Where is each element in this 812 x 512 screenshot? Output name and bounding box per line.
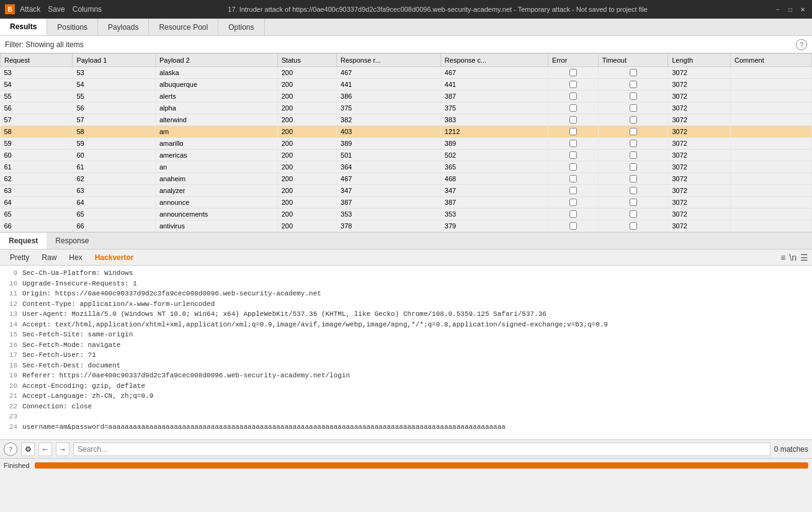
cell-error[interactable] [548, 209, 598, 220]
col-payload2[interactable]: Payload 2 [155, 54, 277, 67]
line-number: 17 [5, 350, 17, 361]
line-number: 10 [5, 279, 17, 289]
search-input[interactable] [73, 442, 770, 456]
app-window: B Attack Save Columns 17. Intruder attac… [0, 0, 812, 512]
cell-timeout[interactable] [598, 220, 668, 232]
cell-error[interactable] [548, 102, 598, 114]
next-button[interactable]: → [56, 442, 69, 456]
cell-error[interactable] [548, 67, 598, 79]
cell-req: 60 [1, 150, 73, 161]
col-payload1[interactable]: Payload 1 [73, 54, 156, 67]
cell-timeout[interactable] [598, 209, 668, 220]
col-status[interactable]: Status [277, 54, 336, 67]
cell-p1: 62 [73, 173, 156, 185]
cell-p1: 66 [73, 220, 156, 232]
prev-button[interactable]: ← [38, 442, 52, 456]
table-row[interactable]: 60 60 americas 200 501 502 3072 [1, 150, 812, 161]
table-row[interactable]: 61 61 an 200 364 365 3072 [1, 161, 812, 173]
cell-error[interactable] [548, 150, 598, 161]
maximize-button[interactable]: □ [786, 5, 795, 14]
cell-error[interactable] [548, 185, 598, 197]
table-row[interactable]: 53 53 alaska 200 467 467 3072 [1, 67, 812, 79]
code-line: 22Connection: close [5, 402, 807, 412]
cell-p2: an [155, 161, 277, 173]
cell-error[interactable] [548, 91, 598, 102]
settings-button[interactable]: ⚙ [21, 442, 35, 456]
col-comment[interactable]: Comment [731, 54, 812, 67]
col-error[interactable]: Error [548, 54, 598, 67]
table-row[interactable]: 54 54 albuquerque 200 441 441 3072 [1, 79, 812, 91]
cell-error[interactable] [548, 197, 598, 209]
newline-icon[interactable]: \n [789, 253, 796, 263]
table-row[interactable]: 65 65 announcements 200 353 353 3072 [1, 209, 812, 220]
table-row[interactable]: 57 57 alterwind 200 382 383 3072 [1, 114, 812, 126]
col-timeout[interactable]: Timeout [598, 54, 668, 67]
cell-p2: alerts [155, 91, 277, 102]
cell-error[interactable] [548, 126, 598, 138]
cell-error[interactable] [548, 173, 598, 185]
cell-timeout[interactable] [598, 67, 668, 79]
line-content: Sec-Fetch-Site: same-origin [22, 330, 133, 340]
cell-error[interactable] [548, 220, 598, 232]
tab-positions[interactable]: Positions [47, 19, 98, 35]
cell-timeout[interactable] [598, 173, 668, 185]
table-row[interactable]: 64 64 announce 200 387 387 3072 [1, 197, 812, 209]
cell-timeout[interactable] [598, 150, 668, 161]
cell-p1: 60 [73, 150, 156, 161]
col-request[interactable]: Request [1, 54, 73, 67]
cell-resp-c: 347 [440, 185, 548, 197]
col-length[interactable]: Length [668, 54, 731, 67]
tab-payloads[interactable]: Payloads [98, 19, 149, 35]
table-row[interactable]: 66 66 antivirus 200 378 379 3072 [1, 220, 812, 232]
tab-options[interactable]: Options [218, 19, 264, 35]
menu-save[interactable]: Save [48, 5, 65, 14]
code-tools: ≡ \n ☰ [780, 253, 808, 263]
cell-timeout[interactable] [598, 114, 668, 126]
info-button[interactable]: ? [4, 442, 17, 456]
line-content: Accept: text/html,application/xhtml+xml,… [22, 320, 608, 330]
code-content[interactable]: 9Sec-Ch-Ua-Platform: Windows10Upgrade-In… [0, 266, 812, 439]
col-response-c[interactable]: Response c... [440, 54, 548, 67]
code-tab-raw[interactable]: Raw [35, 251, 63, 264]
cell-timeout[interactable] [598, 161, 668, 173]
cell-p1: 54 [73, 79, 156, 91]
cell-timeout[interactable] [598, 126, 668, 138]
table-row[interactable]: 59 59 amarillo 200 389 389 3072 [1, 138, 812, 150]
cell-req: 63 [1, 185, 73, 197]
cell-timeout[interactable] [598, 185, 668, 197]
menu-attack[interactable]: Attack [20, 5, 40, 14]
tab-response[interactable]: Response [47, 233, 97, 249]
cell-error[interactable] [548, 138, 598, 150]
table-row[interactable]: 58 58 am 200 403 1212 3072 [1, 126, 812, 138]
line-content: Content-Type: application/x-www-form-url… [22, 299, 215, 310]
cell-error[interactable] [548, 161, 598, 173]
code-tab-pretty[interactable]: Pretty [4, 251, 35, 264]
cell-resp-r: 364 [337, 161, 441, 173]
cell-timeout[interactable] [598, 138, 668, 150]
tab-resource-pool[interactable]: Resource Pool [149, 19, 218, 35]
minimize-button[interactable]: − [774, 5, 782, 14]
cell-resp-c: 365 [440, 161, 548, 173]
cell-length: 3072 [668, 102, 731, 114]
menu-columns[interactable]: Columns [73, 5, 102, 14]
table-row[interactable]: 56 56 alpha 200 375 375 3072 [1, 102, 812, 114]
cell-timeout[interactable] [598, 91, 668, 102]
code-tab-hex[interactable]: Hex [63, 251, 88, 264]
cell-timeout[interactable] [598, 102, 668, 114]
cell-status: 200 [277, 197, 336, 209]
tab-results[interactable]: Results [0, 19, 47, 35]
code-tab-hackvertor[interactable]: Hackvertor [89, 251, 140, 264]
filter-help-button[interactable]: ? [796, 39, 807, 50]
table-row[interactable]: 55 55 alerts 200 386 387 3072 [1, 91, 812, 102]
cell-timeout[interactable] [598, 79, 668, 91]
table-row[interactable]: 63 63 analyzer 200 347 347 3072 [1, 185, 812, 197]
table-row[interactable]: 62 62 anaheim 200 467 468 3072 [1, 173, 812, 185]
cell-error[interactable] [548, 79, 598, 91]
cell-error[interactable] [548, 114, 598, 126]
word-wrap-icon[interactable]: ≡ [780, 253, 785, 263]
more-options-icon[interactable]: ☰ [800, 253, 808, 263]
cell-timeout[interactable] [598, 197, 668, 209]
tab-request[interactable]: Request [0, 233, 47, 249]
col-response-r[interactable]: Response r... [337, 54, 441, 67]
close-button[interactable]: ✕ [798, 5, 807, 14]
